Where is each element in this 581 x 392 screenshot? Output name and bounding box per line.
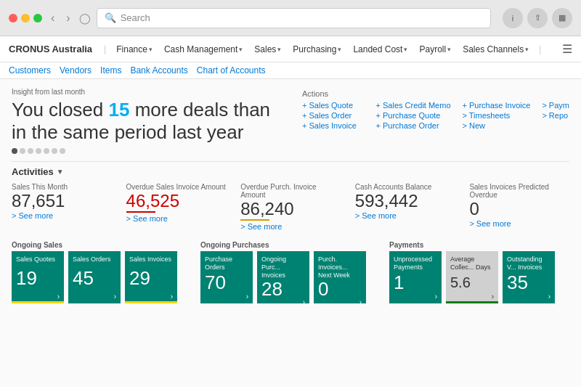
actions-title: Actions — [302, 89, 569, 98]
tile-arrow-icon: › — [57, 293, 60, 301]
tile-value: 29 — [129, 269, 173, 287]
subnav-customers[interactable]: Customers — [9, 65, 51, 75]
actions-grid: + Sales Quote + Sales Credit Memo + Purc… — [302, 101, 569, 130]
tile-avg-collection-days[interactable]: Average Collec... Days 5.6 › — [446, 251, 498, 303]
address-bar[interactable]: 🔍 Search — [97, 8, 491, 28]
kpi-label: Sales This Month — [12, 183, 112, 191]
kpi-value: 46,525 — [126, 192, 227, 210]
action-purchase-order[interactable]: + Purchase Order — [376, 121, 451, 130]
insight-left: Insight from last month You closed 15 mo… — [12, 88, 288, 154]
insight-highlight: 15 — [108, 99, 129, 121]
hamburger-menu-icon[interactable]: ☰ — [562, 42, 572, 56]
action-sales-order[interactable]: + Sales Order — [302, 111, 365, 120]
minimize-button[interactable] — [21, 14, 30, 23]
nav-finance[interactable]: Finance ▾ — [112, 36, 157, 62]
browser-chrome: ‹ › ◯ 🔍 Search i ⇧ ▦ — [0, 0, 581, 36]
ongoing-sales-group: Ongoing Sales Sales Quotes 19 › Sales Or… — [12, 241, 177, 303]
tile-value: 5.6 — [450, 275, 494, 290]
action-repo[interactable]: > Repo — [542, 111, 569, 120]
search-text: Search — [121, 12, 150, 23]
reload-button[interactable]: ◯ — [79, 12, 91, 24]
action-purchase-quote[interactable]: + Purchase Quote — [376, 111, 451, 120]
activities-chevron-icon[interactable]: ▼ — [57, 168, 64, 176]
tile-unprocessed-payments[interactable]: Unprocessed Payments 1 › — [389, 251, 442, 303]
back-button[interactable]: ‹ — [48, 10, 57, 26]
payments-group: Payments Unprocessed Payments 1 › Averag… — [389, 241, 555, 303]
nav-cash-management[interactable]: Cash Management ▾ — [160, 36, 247, 62]
tile-arrow-icon: › — [359, 298, 362, 306]
dot-6[interactable] — [52, 148, 57, 154]
nav-payroll[interactable]: Payroll ▾ — [415, 36, 455, 62]
sub-nav: Customers Vendors Items Bank Accounts Ch… — [0, 62, 581, 79]
tile-purchase-orders[interactable]: Purchase Orders 70 › — [200, 251, 253, 303]
kpi-value: 593,442 — [355, 192, 455, 210]
ongoing-purchases-label: Ongoing Purchases — [200, 241, 366, 249]
action-new[interactable]: > New — [463, 121, 531, 130]
kpi-underline — [126, 211, 155, 213]
action-timesheets[interactable]: > Timesheets — [463, 111, 531, 120]
tile-sales-orders[interactable]: Sales Orders 45 › — [68, 251, 121, 303]
tile-title: Average Collec... Days — [450, 256, 494, 271]
tile-title: Outstanding V... Invoices — [507, 256, 550, 271]
tile-sales-invoices[interactable]: Sales Invoices 29 › — [125, 251, 177, 303]
tile-arrow-icon: › — [435, 293, 437, 301]
tile-ongoing-purch-invoices[interactable]: Ongoing Purc... Invoices 28 › — [257, 251, 309, 303]
subnav-vendors[interactable]: Vendors — [60, 65, 92, 75]
dot-5[interactable] — [44, 148, 49, 154]
maximize-button[interactable] — [33, 14, 42, 23]
subnav-bank-accounts[interactable]: Bank Accounts — [130, 65, 187, 75]
action-sales-invoice[interactable]: + Sales Invoice — [302, 121, 365, 130]
action-sales-credit-memo[interactable]: + Sales Credit Memo — [376, 101, 451, 110]
dot-4[interactable] — [36, 148, 41, 154]
chevron-down-icon: ▾ — [404, 46, 407, 53]
tile-title: Ongoing Purc... Invoices — [261, 256, 305, 279]
tile-arrow-icon: › — [114, 293, 116, 301]
nav-purchasing[interactable]: Purchasing ▾ — [288, 36, 346, 62]
dot-3[interactable] — [28, 148, 33, 154]
action-sales-quote[interactable]: + Sales Quote — [302, 101, 365, 110]
chevron-down-icon: ▾ — [525, 46, 529, 53]
tile-title: Purch. Invoices... Next Week — [318, 256, 362, 279]
tile-bar — [12, 301, 64, 303]
tile-title: Purchase Orders — [205, 256, 248, 271]
info-icon[interactable]: i — [503, 8, 523, 28]
tile-purch-invoices-next-week[interactable]: Purch. Invoices... Next Week 0 › — [314, 251, 366, 303]
nav-sales-channels[interactable]: Sales Channels ▾ — [458, 36, 533, 62]
tile-title: Sales Quotes — [16, 256, 60, 264]
dot-7[interactable] — [60, 148, 65, 154]
share-icon[interactable]: ⇧ — [527, 8, 548, 28]
insight-section: Insight from last month You closed 15 mo… — [12, 88, 569, 154]
tile-value: 0 — [318, 279, 362, 298]
tile-title: Sales Invoices — [129, 256, 173, 264]
see-more-link[interactable]: > See more — [12, 211, 112, 220]
tile-sales-quotes[interactable]: Sales Quotes 19 › — [12, 251, 64, 303]
forward-button[interactable]: › — [63, 10, 73, 26]
see-more-link[interactable]: > See more — [240, 222, 341, 231]
subnav-chart-of-accounts[interactable]: Chart of Accounts — [197, 65, 266, 75]
see-more-link[interactable]: > See more — [469, 219, 569, 228]
see-more-link[interactable]: > See more — [355, 211, 455, 220]
search-icon: 🔍 — [105, 12, 116, 23]
action-empty — [542, 121, 569, 130]
traffic-lights — [9, 14, 42, 23]
nav-separator: | — [104, 44, 106, 54]
tile-value: 45 — [73, 269, 116, 287]
chevron-down-icon: ▾ — [447, 46, 451, 53]
nav-sales[interactable]: Sales ▾ — [250, 36, 285, 62]
action-paym[interactable]: > Paym — [542, 101, 569, 110]
kpi-label: Overdue Sales Invoice Amount — [126, 183, 227, 191]
nav-landed-cost[interactable]: Landed Cost ▾ — [349, 36, 412, 62]
close-button[interactable] — [9, 14, 17, 23]
tile-arrow-icon: › — [492, 293, 494, 301]
dot-2[interactable] — [20, 148, 25, 154]
insight-label: Insight from last month — [12, 88, 288, 96]
dot-1[interactable] — [12, 148, 17, 154]
insight-heading: You closed 15 more deals than in the sam… — [12, 99, 288, 144]
subnav-items[interactable]: Items — [100, 65, 121, 75]
tile-outstanding-v-invoices[interactable]: Outstanding V... Invoices 35 › — [503, 251, 555, 303]
tile-bar — [446, 301, 498, 303]
see-more-link[interactable]: > See more — [126, 214, 227, 223]
tabs-icon[interactable]: ▦ — [552, 8, 572, 28]
tile-value: 35 — [507, 273, 550, 292]
action-purchase-invoice[interactable]: + Purchase Invoice — [463, 101, 531, 110]
